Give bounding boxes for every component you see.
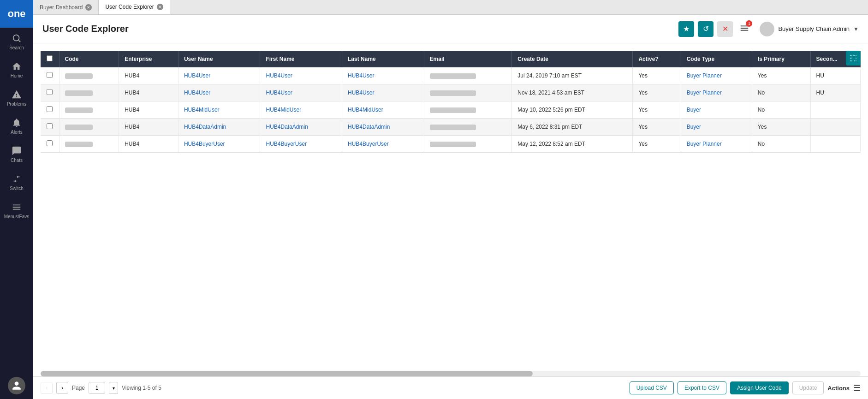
main-content: Buyer Dashboard ✕ User Code Explorer ✕ U… [33,0,868,399]
row-username: HUB4BuyerUser [178,136,260,153]
horizontal-scrollbar[interactable] [41,371,861,376]
row-create-date: Jul 24, 2019 7:10 am EST [512,67,633,84]
table-row: HUB4 HUB4User HUB4User HUB4User Jul 24, … [41,67,861,84]
tab-buyer-dashboard-label: Buyer Dashboard [40,4,83,11]
page-title: User Code Explorer [42,24,678,34]
row-lastname: HUB4User [342,67,424,84]
row-checkbox[interactable] [47,123,53,129]
table-row: HUB4 HUB4DataAdmin HUB4DataAdmin HUB4Dat… [41,119,861,136]
row-checkbox[interactable] [47,106,53,112]
row-is-primary: No [752,84,810,101]
row-checkbox[interactable] [47,140,53,146]
row-checkbox[interactable] [47,89,53,95]
app-logo[interactable]: one [0,0,33,28]
row-create-date: May 6, 2022 8:31 pm EDT [512,119,633,136]
row-code [59,101,119,119]
data-table: Code Enterprise User Name First Name Las… [41,51,861,153]
row-username: HUB4MidUser [178,101,260,119]
row-create-date: Nov 18, 2021 4:53 am EST [512,84,633,101]
user-dropdown[interactable]: Buyer Supply Chain Admin ▼ [760,22,859,36]
tab-buyer-dashboard[interactable]: Buyer Dashboard ✕ [33,0,99,14]
row-select[interactable] [41,84,59,101]
refresh-button[interactable]: ↺ [698,21,713,37]
row-checkbox[interactable] [47,72,53,78]
row-enterprise: HUB4 [119,84,178,101]
row-active: Yes [633,67,681,84]
svg-point-0 [13,35,19,41]
star-button[interactable]: ★ [678,21,694,37]
page-label: Page [72,385,85,391]
sidebar-item-alerts-label: Alerts [11,130,23,135]
col-email: Email [424,51,512,67]
header-actions: ★ ↺ ✕ 1 Buyer Supply Chain Admin ▼ [678,20,859,37]
table-footer: ‹ › Page ▾ Viewing 1-5 of 5 Upload CSV E… [33,376,868,399]
row-is-primary: Yes [752,67,810,84]
sidebar-item-search[interactable]: Search [0,28,33,56]
sidebar-item-menus[interactable]: Menus/Favs [0,197,33,225]
tab-user-code-explorer-close[interactable]: ✕ [157,4,163,10]
row-email [424,119,512,136]
table-row: HUB4 HUB4MidUser HUB4MidUser HUB4MidUser… [41,101,861,119]
row-code-type: Buyer Planner [681,84,752,101]
sidebar-item-search-label: Search [9,45,24,50]
col-active: Active? [633,51,681,67]
menu-button[interactable]: 1 [737,20,752,37]
user-name: Buyer Supply Chain Admin [778,25,850,32]
page-input[interactable] [89,382,105,394]
page-header: User Code Explorer ★ ↺ ✕ 1 Buyer Supply … [33,15,868,43]
row-select[interactable] [41,136,59,153]
prev-page-button[interactable]: ‹ [41,382,53,394]
col-create-date: Create Date [512,51,633,67]
row-active: Yes [633,101,681,119]
actions-menu-button[interactable]: ☰ [853,383,861,393]
avatar[interactable] [8,377,25,394]
user-avatar [760,22,774,36]
home-icon [12,61,22,71]
upload-csv-button[interactable]: Upload CSV [630,381,674,394]
sidebar-item-switch[interactable]: Switch [0,168,33,197]
sidebar-item-alerts[interactable]: Alerts [0,112,33,140]
close-button[interactable]: ✕ [717,21,733,37]
row-enterprise: HUB4 [119,101,178,119]
sidebar-item-problems[interactable]: Problems [0,84,33,112]
tab-buyer-dashboard-close[interactable]: ✕ [85,4,92,11]
row-firstname: HUB4DataAdmin [260,119,342,136]
update-button: Update [792,381,824,394]
row-lastname: HUB4MidUser [342,101,424,119]
sidebar-item-problems-label: Problems [7,101,26,107]
page-dropdown-button[interactable]: ▾ [109,382,118,394]
select-all-checkbox[interactable] [47,55,53,61]
scroll-thumb [41,371,533,376]
row-code [59,67,119,84]
warning-icon [12,89,22,100]
row-lastname: HUB4BuyerUser [342,136,424,153]
notification-badge: 1 [746,20,752,27]
avatar-icon [12,381,22,391]
row-enterprise: HUB4 [119,119,178,136]
sidebar-item-home[interactable]: Home [0,56,33,84]
assign-user-code-button[interactable]: Assign User Code [730,381,789,394]
row-second: HU [810,84,860,101]
tab-user-code-explorer[interactable]: User Code Explorer ✕ [99,0,170,14]
row-select[interactable] [41,101,59,119]
col-enterprise: Enterprise [119,51,178,67]
export-csv-button[interactable]: Export to CSV [678,381,726,394]
sidebar-item-chats[interactable]: Chats [0,140,33,168]
tab-bar: Buyer Dashboard ✕ User Code Explorer ✕ [33,0,868,15]
row-code-type: Buyer [681,119,752,136]
table-wrapper: Code Enterprise User Name First Name Las… [33,43,868,371]
row-email [424,136,512,153]
filter-button[interactable] [846,51,861,66]
row-firstname: HUB4MidUser [260,101,342,119]
table-row: HUB4 HUB4User HUB4User HUB4User Nov 18, … [41,84,861,101]
next-page-button[interactable]: › [56,382,68,394]
row-select[interactable] [41,119,59,136]
row-is-primary: Yes [752,119,810,136]
row-select[interactable] [41,67,59,84]
svg-line-1 [18,40,20,42]
sidebar-item-switch-label: Switch [10,186,23,191]
sidebar: one Search Home Problems Alerts Chats [0,0,33,399]
row-create-date: May 12, 2022 8:52 am EDT [512,136,633,153]
row-code-type: Buyer Planner [681,136,752,153]
row-lastname: HUB4DataAdmin [342,119,424,136]
